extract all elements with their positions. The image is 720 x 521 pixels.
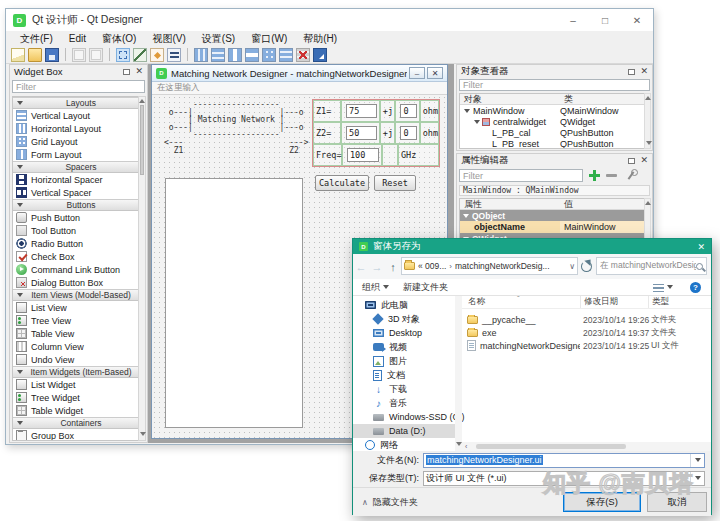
dialog-title-bar[interactable]: D 窗体另存为 ✕ — [353, 239, 711, 254]
sidebar-item-drive-c[interactable]: Windows-SSD (C:) — [353, 410, 455, 424]
form-title-bar[interactable]: D Matching Network Designer - matchingNe… — [152, 65, 447, 82]
minimize-button[interactable]: – — [557, 9, 589, 31]
remove-dynamic-property-icon[interactable] — [606, 174, 617, 177]
layout-form-icon[interactable] — [279, 48, 293, 62]
sidebar-item-videos[interactable]: 视频 — [353, 340, 455, 354]
open-form-icon[interactable] — [28, 48, 42, 62]
refresh-icon[interactable] — [581, 261, 592, 272]
breadcrumb-dropdown-icon[interactable]: ∨ — [569, 262, 575, 271]
widget-box-item[interactable]: Push Button — [13, 211, 139, 224]
edit-buddies-icon[interactable] — [150, 48, 164, 62]
back-icon[interactable]: ← — [353, 261, 369, 273]
widget-box-item[interactable]: Command Link Button — [13, 263, 139, 276]
column-type[interactable]: 类型 — [648, 296, 711, 308]
break-layout-icon[interactable] — [296, 48, 310, 62]
sidebar-item-network[interactable]: 网络 — [353, 438, 455, 451]
z2-imag-input[interactable]: 0 — [400, 126, 416, 140]
property-row-objectname[interactable]: objectName MainWindow — [460, 221, 644, 233]
menu-file[interactable]: 文件(F) — [12, 32, 61, 46]
widget-box-item[interactable]: List View — [13, 301, 139, 314]
redo-icon[interactable] — [89, 48, 103, 62]
save-form-icon[interactable] — [45, 48, 59, 62]
scroll-down-icon[interactable] — [140, 432, 146, 436]
widget-box-category[interactable]: Buttons — [13, 199, 139, 211]
object-tree-scrollbar[interactable] — [644, 93, 651, 149]
scroll-left-icon[interactable]: ‹ — [465, 443, 467, 450]
menu-view[interactable]: 视图(V) — [144, 32, 193, 46]
property-filter-input[interactable] — [459, 169, 583, 182]
widget-box-category[interactable]: Layouts — [13, 97, 139, 109]
scroll-up-icon[interactable] — [645, 201, 651, 205]
menu-settings[interactable]: 设置(S) — [194, 32, 243, 46]
adjust-size-icon[interactable] — [313, 48, 327, 62]
calculate-button[interactable]: Calculate — [315, 175, 369, 191]
widget-box-category[interactable]: Containers — [13, 417, 139, 429]
widget-box-item[interactable]: Form Layout — [13, 148, 139, 161]
change-view-icon[interactable] — [653, 283, 664, 292]
expander-icon[interactable] — [474, 120, 480, 124]
layout-vertical-splitter-icon[interactable] — [245, 48, 259, 62]
dialog-close-button[interactable]: ✕ — [697, 242, 705, 252]
sidebar-item-drive-d[interactable]: Data (D:) — [353, 424, 455, 438]
tree-row-pb-reset[interactable]: L_PB_reset QPushButton — [460, 138, 644, 149]
breadcrumb-current[interactable]: matchingNetworkDesig... — [455, 261, 566, 271]
widget-box-category[interactable]: Item Views (Model-Based) — [13, 289, 139, 301]
result-list-widget[interactable] — [165, 178, 303, 428]
widget-box-item[interactable]: Check Box — [13, 250, 139, 263]
widget-box-item[interactable]: Dialog Button Box — [13, 276, 139, 289]
widget-box-item[interactable]: Column View — [13, 340, 139, 353]
float-panel-icon[interactable] — [628, 158, 635, 164]
widget-box-item[interactable]: Radio Button — [13, 237, 139, 250]
search-box[interactable]: 在 matchingNetworkDesig... — [596, 257, 707, 275]
menu-window[interactable]: 窗口(W) — [243, 32, 295, 46]
widget-box-item[interactable]: Tree View — [13, 314, 139, 327]
sidebar-item-this-pc[interactable]: 此电脑 — [353, 298, 455, 312]
column-property[interactable]: 属性 — [460, 199, 560, 209]
file-list-hscrollbar[interactable]: ‹ — [462, 442, 711, 451]
organize-button[interactable]: 组织 — [362, 281, 389, 294]
widget-box-item[interactable]: Undo View — [13, 353, 139, 366]
scroll-down-icon[interactable] — [456, 442, 462, 446]
add-dynamic-property-icon[interactable] — [588, 169, 601, 182]
column-class[interactable]: 类 — [560, 94, 644, 104]
layout-horizontal-splitter-icon[interactable] — [228, 48, 242, 62]
sidebar-item-desktop[interactable]: Desktop — [353, 326, 455, 340]
close-button[interactable]: ✕ — [621, 9, 653, 31]
scrollbar-thumb[interactable] — [140, 105, 144, 175]
up-icon[interactable]: ↑ — [385, 261, 401, 273]
widget-box-item[interactable]: List Widget — [13, 378, 139, 391]
scroll-down-icon[interactable] — [646, 141, 652, 145]
filename-input[interactable]: matchingNetworkDesigner.ui — [423, 453, 705, 468]
layout-vertically-icon[interactable] — [211, 48, 225, 62]
expander-icon[interactable] — [464, 109, 470, 113]
edit-signals-slots-icon[interactable] — [133, 48, 147, 62]
close-panel-icon[interactable]: ✕ — [640, 67, 648, 76]
view-dropdown-icon[interactable] — [667, 285, 673, 289]
widget-box-category[interactable]: Item Widgets (Item-Based) — [13, 366, 139, 378]
sidebar-item-3d-objects[interactable]: 3D 对象 — [353, 312, 455, 326]
form-minimize-button[interactable]: – — [409, 67, 425, 79]
form-close-button[interactable]: ✕ — [427, 67, 443, 79]
new-folder-button[interactable]: 新建文件夹 — [403, 281, 448, 294]
breadcrumb[interactable]: « 009... › matchingNetworkDesig... ∨ — [401, 257, 578, 275]
edit-tab-order-icon[interactable] — [167, 48, 181, 62]
file-row-exe[interactable]: exe 2023/10/14 19:37 文件夹 — [462, 326, 711, 339]
scrollbar-thumb[interactable] — [476, 444, 626, 449]
column-value[interactable]: 值 — [560, 199, 644, 209]
object-filter-input[interactable] — [459, 79, 650, 91]
sidebar-item-downloads[interactable]: ↓下载 — [353, 382, 455, 396]
file-row-pycache[interactable]: __pycache__ 2023/10/14 19:26 文件夹 — [462, 313, 711, 326]
impedance-grid-layout[interactable]: Z1= 75 +j 0 ohm Z2= 50 +j 0 ohm — [312, 99, 440, 167]
sidebar-item-music[interactable]: ♪音乐 — [353, 396, 455, 410]
menu-help[interactable]: 帮助(H) — [295, 32, 345, 46]
sidebar-item-pictures[interactable]: 图片 — [353, 354, 455, 368]
dropdown-icon[interactable] — [695, 476, 701, 480]
forward-icon[interactable]: → — [369, 261, 385, 273]
tree-row-pb-cal[interactable]: L_PB_cal QPushButton — [460, 127, 644, 138]
column-date-modified[interactable]: 修改日期 — [580, 296, 648, 308]
z1-real-input[interactable]: 75 — [346, 104, 377, 118]
widget-box-category[interactable]: Spacers — [13, 161, 139, 173]
widget-box-item[interactable]: Table View — [13, 327, 139, 340]
float-panel-icon[interactable] — [628, 69, 635, 75]
new-form-icon[interactable] — [11, 48, 25, 62]
